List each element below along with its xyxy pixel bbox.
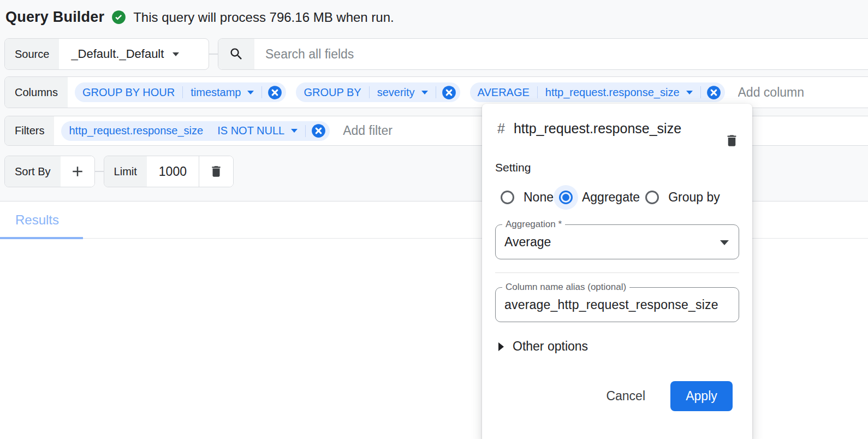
connector-line (209, 54, 218, 55)
chip-field-dropdown[interactable]: severity (370, 86, 436, 99)
aggregation-select[interactable]: Aggregation * Average (495, 224, 739, 259)
query-valid-icon (111, 10, 126, 25)
apply-button[interactable]: Apply (670, 381, 733, 411)
tab-results-label: Results (15, 212, 59, 228)
sort-limit-row: Sort By Limit 1000 (4, 156, 234, 187)
chip-field-dropdown[interactable]: http_request.response_size (538, 86, 700, 99)
cancel-button[interactable]: Cancel (606, 389, 645, 404)
radio-button-selected-icon (559, 191, 573, 204)
columns-chips-area: GROUP BY HOUR timestamp GROUP BY (68, 77, 868, 108)
popup-title: http_request.response_size (514, 117, 700, 140)
radio-button-icon (645, 191, 659, 204)
setting-heading: Setting (495, 161, 739, 174)
chevron-down-icon (421, 91, 428, 94)
radio-label: None (524, 190, 554, 205)
delete-column-button[interactable] (724, 133, 739, 148)
chip-divider (700, 86, 701, 98)
search-icon (218, 39, 254, 69)
chip-field-value: timestamp (191, 86, 241, 99)
chip-divider (305, 125, 306, 137)
filter-condition-value: IS NOT NULL (217, 124, 284, 137)
chip-field-value: severity (377, 86, 415, 99)
source-dataset-value: _Default._Default (71, 47, 164, 61)
radio-button-icon (501, 191, 514, 204)
chip-remove-button[interactable] (706, 85, 721, 100)
column-chip: GROUP BY severity (296, 82, 460, 102)
add-filter-input[interactable] (340, 123, 449, 138)
other-options-label: Other options (513, 339, 588, 354)
chevron-down-icon (291, 129, 298, 133)
chip-operation: AVERAGE (470, 86, 537, 99)
source-group: Source _Default._Default (4, 38, 209, 70)
column-chip: AVERAGE http_request.response_size (470, 82, 725, 102)
close-icon (706, 85, 721, 100)
filter-dropdown[interactable]: http_request.response_size IS NOT NULL (61, 124, 305, 137)
connector-line (95, 171, 104, 172)
chip-remove-button[interactable] (311, 123, 326, 138)
chip-operation: GROUP BY HOUR (75, 86, 182, 99)
radio-label: Group by (668, 190, 720, 205)
add-column-input[interactable] (735, 85, 844, 100)
trash-icon (724, 133, 739, 148)
limit-value-input[interactable]: 1000 (147, 156, 199, 187)
divider (495, 272, 739, 273)
close-icon (267, 85, 282, 100)
chip-divider (436, 86, 436, 98)
search-input[interactable] (254, 39, 868, 69)
page-header: Query Builder This query will process 79… (5, 9, 394, 26)
alias-field-label: Column name alias (optional) (502, 282, 629, 293)
chip-field-value: http_request.response_size (545, 86, 680, 99)
chip-divider (261, 86, 262, 98)
close-icon (311, 123, 326, 138)
sort-by-label: Sort By (5, 156, 61, 187)
chip-remove-button[interactable] (267, 85, 282, 100)
close-icon (442, 85, 456, 100)
setting-radio-group: None Aggregate Group by (495, 185, 739, 210)
chevron-down-icon (173, 52, 179, 56)
plus-icon (69, 163, 86, 180)
tab-results[interactable]: Results (0, 201, 83, 239)
aggregation-value: Average (496, 225, 739, 259)
query-status-message: This query will process 796.16 MB when r… (133, 10, 394, 25)
radio-label: Aggregate (582, 190, 640, 205)
chip-field-dropdown[interactable]: timestamp (183, 86, 261, 99)
numeric-type-icon: # (497, 121, 505, 137)
aggregation-field-label: Aggregation * (502, 219, 565, 230)
tab-active-underline (0, 237, 83, 239)
popup-header: # http_request.response_size (495, 117, 739, 148)
chip-remove-button[interactable] (442, 85, 456, 100)
radio-option-group-by[interactable]: Group by (640, 185, 720, 210)
limit-label: Limit (104, 156, 147, 187)
filters-label: Filters (5, 116, 54, 145)
chip-operation: GROUP BY (296, 86, 368, 99)
radio-option-aggregate[interactable]: Aggregate (554, 185, 640, 210)
source-label: Source (5, 39, 59, 69)
popup-footer: Cancel Apply (495, 381, 739, 411)
filter-chip: http_request.response_size IS NOT NULL (61, 121, 330, 141)
alias-input[interactable] (496, 288, 739, 322)
search-box (218, 38, 868, 70)
alias-field: Column name alias (optional) (495, 287, 739, 322)
chevron-down-icon (720, 240, 729, 245)
chevron-right-icon (498, 342, 504, 351)
other-options-expander[interactable]: Other options (495, 339, 739, 354)
radio-option-none[interactable]: None (495, 185, 554, 210)
page-title: Query Builder (5, 9, 104, 26)
chevron-down-icon (686, 91, 693, 94)
columns-label: Columns (5, 77, 68, 108)
add-sort-button[interactable] (69, 163, 86, 180)
sort-by-group: Sort By (4, 156, 95, 187)
trash-icon (209, 164, 223, 179)
delete-limit-button[interactable] (209, 164, 223, 179)
filter-field-value: http_request.response_size (69, 124, 203, 137)
column-chip: GROUP BY HOUR timestamp (75, 82, 287, 102)
chevron-down-icon (247, 91, 254, 94)
limit-group: Limit 1000 (104, 156, 234, 187)
source-row: Source _Default._Default (4, 38, 868, 70)
source-dataset-dropdown[interactable]: _Default._Default (59, 39, 191, 69)
column-settings-popup: # http_request.response_size Setting Non… (482, 104, 752, 439)
